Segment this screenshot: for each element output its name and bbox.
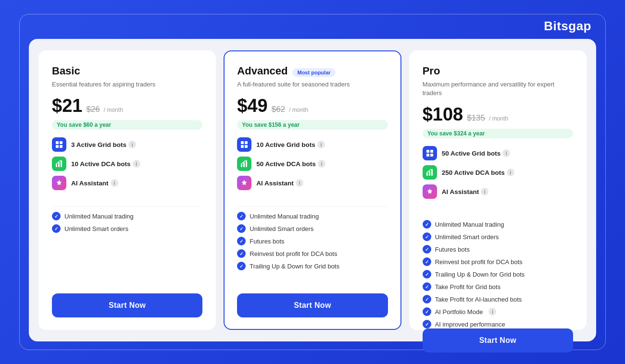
feature-item: Unlimited Smart orders — [237, 224, 388, 233]
price-original: $135 — [467, 113, 485, 123]
info-icon[interactable]: i — [296, 179, 303, 187]
svg-rect-13 — [246, 160, 247, 167]
feature-text: Trailing Up & Down for Grid bots — [250, 263, 339, 270]
feature-list: Unlimited Manual trading Unlimited Smart… — [423, 220, 573, 328]
feature-text: Take Profit for Grid bots — [435, 283, 501, 291]
plan-name: Pro — [423, 65, 440, 77]
savings-badge: You save $324 a year — [423, 129, 573, 138]
svg-rect-8 — [245, 141, 248, 144]
svg-rect-14 — [426, 150, 429, 153]
feature-item: AI Portfolio Mode i — [423, 307, 573, 316]
grid-icon — [423, 146, 437, 160]
feature-text: Unlimited Smart orders — [250, 225, 313, 232]
svg-rect-5 — [58, 162, 60, 167]
price-original: $26 — [86, 105, 100, 114]
svg-rect-3 — [60, 145, 62, 148]
svg-rect-19 — [429, 171, 430, 176]
feature-text: Unlimited Manual trading — [64, 213, 134, 220]
svg-rect-16 — [426, 154, 429, 157]
info-icon[interactable]: i — [317, 141, 325, 148]
feature-text: Unlimited Smart orders — [64, 225, 128, 232]
info-icon[interactable]: i — [133, 160, 140, 168]
ai-icon — [423, 184, 437, 199]
check-icon — [52, 224, 61, 233]
price-period: / month — [104, 107, 123, 113]
highlights-section: 3 Active Grid bots i 10 Active DCA bots … — [52, 137, 202, 195]
feature-text: AI Portfolio Mode — [435, 308, 483, 315]
feature-item: Reinvest bot profit for DCA bots — [423, 257, 573, 266]
check-icon — [237, 224, 246, 233]
info-icon[interactable]: i — [481, 188, 488, 195]
highlight-label: 50 Active Grid bots — [442, 150, 501, 157]
check-icon — [237, 249, 246, 258]
svg-rect-6 — [61, 160, 62, 167]
plan-header: AdvancedMost popular — [237, 65, 388, 77]
info-icon[interactable]: i — [128, 141, 136, 148]
start-now-button[interactable]: Start Now — [52, 293, 202, 317]
info-icon[interactable]: i — [488, 308, 496, 315]
feature-item: AI improved performance — [423, 320, 573, 328]
highlight-item-basic-0: 3 Active Grid bots i — [52, 137, 202, 152]
check-icon — [423, 232, 431, 241]
svg-rect-7 — [241, 141, 244, 144]
price-original: $62 — [272, 105, 285, 114]
svg-rect-17 — [430, 154, 433, 157]
page-wrapper: Bitsgap Basic Essential features for asp… — [19, 14, 606, 350]
highlight-item-pro-0: 50 Active Grid bots i — [423, 146, 573, 160]
dca-icon — [237, 157, 251, 171]
svg-rect-11 — [241, 164, 242, 167]
svg-rect-4 — [56, 164, 57, 167]
highlight-item-basic-2: AI Assistant i — [52, 176, 202, 190]
svg-rect-1 — [60, 141, 62, 144]
feature-text: Trailing Up & Down for Grid bots — [435, 271, 525, 278]
plan-description: A full-featured suite for seasoned trade… — [237, 80, 388, 89]
highlight-label: AI Assistant — [71, 180, 109, 187]
check-icon — [52, 212, 61, 220]
price-main: $108 — [423, 104, 463, 125]
highlight-label: AI Assistant — [442, 188, 479, 195]
price-row: $108 $135 / month — [423, 104, 573, 125]
highlights-section: 10 Active Grid bots i 50 Active DCA bots… — [237, 137, 388, 195]
feature-text: Futures bots — [435, 246, 470, 253]
price-row: $21 $26 / month — [52, 96, 202, 116]
price-main: $21 — [52, 96, 82, 116]
feature-text: Unlimited Manual trading — [435, 221, 504, 228]
svg-rect-15 — [430, 150, 433, 153]
check-icon — [423, 282, 431, 291]
plan-name: Basic — [52, 65, 80, 77]
divider — [237, 206, 388, 207]
info-icon[interactable]: i — [111, 179, 118, 187]
plan-description: Maximum performance and versatility for … — [423, 80, 573, 97]
feature-item: Unlimited Manual trading — [423, 220, 573, 229]
price-period: / month — [289, 107, 308, 113]
start-now-button[interactable]: Start Now — [423, 328, 573, 352]
feature-item: Futures bots — [237, 237, 388, 245]
check-icon — [423, 245, 431, 254]
feature-item: Futures bots — [423, 245, 573, 254]
price-main: $49 — [237, 96, 267, 116]
feature-text: Reinvest bot profit for DCA bots — [435, 258, 523, 266]
feature-text: Reinvest bot profit for DCA bots — [250, 250, 337, 257]
info-icon[interactable]: i — [318, 160, 325, 168]
feature-item: Unlimited Smart orders — [423, 232, 573, 241]
check-icon — [423, 257, 431, 266]
svg-rect-20 — [431, 169, 433, 176]
savings-badge: You save $60 a year — [52, 120, 202, 130]
price-row: $49 $62 / month — [237, 96, 388, 116]
pricing-card-advanced: AdvancedMost popular A full-featured sui… — [224, 50, 401, 330]
feature-item: Unlimited Manual trading — [237, 212, 388, 220]
grid-icon — [52, 137, 66, 152]
dca-icon — [423, 165, 437, 180]
feature-list: Unlimited Manual trading Unlimited Smart… — [237, 212, 388, 293]
info-icon[interactable]: i — [502, 149, 510, 157]
highlight-label: 250 Active DCA bots — [442, 169, 505, 176]
plan-header: Pro — [423, 65, 573, 77]
highlights-section: 50 Active Grid bots i 250 Active DCA bot… — [423, 146, 573, 204]
info-icon[interactable]: i — [507, 169, 514, 176]
ai-icon — [52, 176, 66, 190]
check-icon — [423, 295, 431, 303]
feature-text: Unlimited Smart orders — [435, 233, 499, 241]
highlight-item-basic-1: 10 Active DCA bots i — [52, 157, 202, 171]
savings-badge: You save $156 a year — [237, 120, 388, 130]
start-now-button[interactable]: Start Now — [237, 293, 388, 317]
